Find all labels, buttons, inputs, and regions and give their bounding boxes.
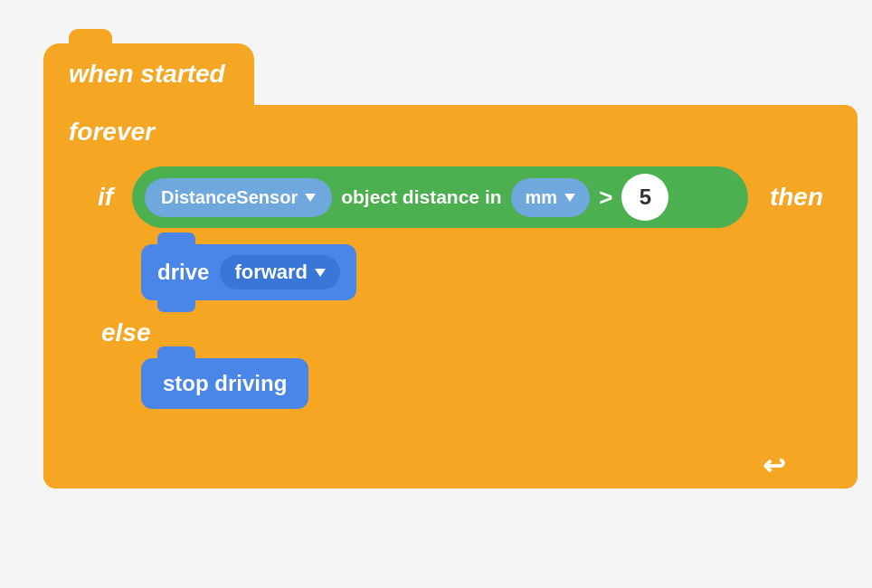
if-then-row: if DistanceSensor object distance in mm bbox=[98, 161, 836, 233]
stop-block-area: stop driving bbox=[141, 351, 836, 422]
condition-text: object distance in bbox=[341, 186, 501, 208]
sensor-dropdown[interactable]: DistanceSensor bbox=[145, 178, 332, 217]
drive-block-area: drive forward bbox=[141, 233, 836, 306]
forward-dropdown[interactable]: forward bbox=[220, 255, 340, 289]
then-label: then bbox=[757, 183, 836, 212]
canvas: when started forever if DistanceSensor bbox=[0, 0, 872, 588]
if-section: if DistanceSensor object distance in mm bbox=[87, 154, 847, 429]
stop-block[interactable]: stop driving bbox=[141, 358, 308, 409]
when-started-block[interactable]: when started bbox=[43, 43, 254, 105]
else-label: else bbox=[98, 318, 151, 346]
unit-dropdown-arrow bbox=[564, 194, 575, 202]
bottom-spacer bbox=[87, 429, 847, 441]
if-label: if bbox=[98, 183, 123, 212]
forever-bottom-bar: ↩ bbox=[43, 441, 858, 488]
block-stack: when started forever if DistanceSensor bbox=[43, 43, 858, 488]
forever-label: forever bbox=[43, 105, 858, 147]
when-started-label: when started bbox=[69, 60, 225, 88]
sensor-dropdown-arrow bbox=[305, 194, 316, 202]
drive-block-top-notch bbox=[157, 232, 195, 246]
unit-dropdown[interactable]: mm bbox=[511, 178, 591, 217]
operator-label: > bbox=[599, 184, 612, 212]
stop-block-top-notch bbox=[157, 346, 195, 360]
value-circle[interactable]: 5 bbox=[621, 174, 668, 221]
top-notch bbox=[69, 29, 112, 45]
forward-dropdown-arrow bbox=[315, 269, 326, 277]
condition-pill: DistanceSensor object distance in mm > bbox=[132, 166, 748, 228]
drive-label: drive bbox=[157, 260, 209, 285]
drive-block[interactable]: drive forward bbox=[141, 244, 356, 300]
loop-arrow-icon: ↩ bbox=[763, 450, 785, 481]
else-row: else bbox=[98, 306, 836, 351]
forever-block: forever if DistanceSensor object bbox=[43, 105, 858, 488]
drive-block-bottom-notch bbox=[157, 299, 195, 312]
